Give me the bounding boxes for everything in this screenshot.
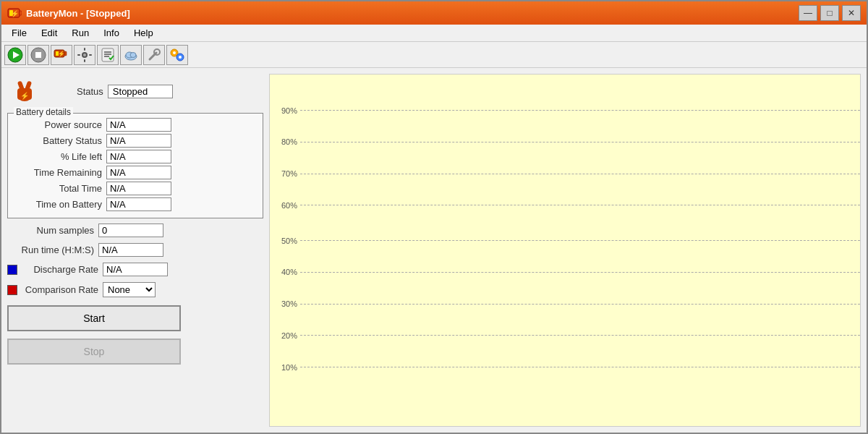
title-icon: ⚡	[7, 6, 22, 20]
toolbar-wrench-btn[interactable]	[143, 45, 165, 65]
comparison-rate-row: Comparison Rate None Low Medium High	[7, 281, 263, 298]
chart-label-90: 90%	[270, 106, 297, 115]
discharge-rate-label: Discharge Rate	[22, 264, 98, 275]
main-content: ⚡ Status Stopped Battery details Power s…	[1, 68, 867, 433]
chart-line-70	[300, 174, 860, 174]
discharge-color-indicator	[7, 265, 17, 275]
comparison-rate-label: Comparison Rate	[22, 284, 98, 295]
chart-area: 90% 80% 70% 60%	[269, 74, 861, 427]
life-left-label: % Life left	[15, 151, 102, 162]
svg-text:⚡: ⚡	[11, 9, 20, 18]
chart-line-50	[300, 240, 860, 241]
svg-point-24	[130, 52, 136, 57]
app-logo: ⚡	[7, 74, 42, 109]
discharge-rate-row: Discharge Rate N/A	[7, 262, 263, 277]
title-bar: ⚡ BatteryMon - [Stopped] — □ ✕	[1, 1, 867, 25]
close-button[interactable]: ✕	[842, 5, 861, 21]
svg-rect-18	[102, 48, 114, 61]
chart-label-30: 30%	[270, 299, 297, 308]
num-samples-label: Num samples	[7, 225, 94, 236]
svg-point-29	[173, 51, 176, 54]
maximize-button[interactable]: □	[820, 5, 839, 21]
window-title: BatteryMon - [Stopped]	[26, 8, 799, 19]
svg-rect-17	[89, 54, 92, 56]
chart-label-80: 80%	[270, 137, 297, 146]
stop-button: Stop	[7, 339, 181, 365]
chart-line-20	[300, 335, 860, 336]
discharge-rate-value: N/A	[103, 263, 168, 276]
svg-rect-15	[84, 59, 85, 62]
time-remaining-label: Time Remaining	[15, 167, 102, 178]
menu-info[interactable]: Info	[96, 26, 127, 40]
svg-rect-1	[20, 11, 22, 15]
num-samples-value: 0	[98, 224, 163, 237]
toolbar-extra-btn[interactable]	[166, 45, 188, 65]
time-on-battery-value: N/A	[106, 197, 171, 211]
svg-rect-16	[77, 54, 80, 56]
total-time-value: N/A	[106, 182, 171, 195]
svg-point-30	[179, 56, 182, 59]
run-time-label: Run time (H:M:S)	[7, 244, 94, 255]
toolbar-icon-btn[interactable]: ⚡	[51, 45, 72, 65]
power-source-value: N/A	[106, 118, 171, 132]
svg-rect-7	[35, 52, 41, 58]
toolbar-cloud-btn[interactable]	[120, 45, 142, 65]
battery-status-value: N/A	[106, 134, 171, 148]
chart-inner: 90% 80% 70% 60%	[270, 75, 860, 426]
menu-file[interactable]: File	[4, 26, 34, 40]
detail-battery-status: Battery Status N/A	[15, 134, 255, 148]
chart-label-50: 50%	[270, 237, 297, 245]
chart-line-60	[300, 205, 860, 205]
chart-line-10	[300, 367, 860, 367]
battery-details-group: Battery details Power source N/A Battery…	[7, 113, 263, 218]
total-time-label: Total Time	[15, 183, 102, 194]
num-samples-row: Num samples 0	[7, 223, 263, 238]
main-window: ⚡ BatteryMon - [Stopped] — □ ✕ File Edit…	[0, 0, 868, 434]
toolbar-settings-btn[interactable]	[74, 45, 95, 65]
time-on-battery-label: Time on Battery	[15, 199, 102, 210]
chart-label-40: 40%	[270, 268, 297, 276]
comparison-color-indicator	[7, 285, 17, 295]
chart-line-90	[300, 110, 860, 111]
window-controls: — □ ✕	[799, 5, 861, 21]
life-left-value: N/A	[106, 150, 171, 163]
comparison-rate-dropdown[interactable]: None Low Medium High	[103, 282, 156, 297]
battery-status-label: Battery Status	[15, 135, 102, 146]
menu-help[interactable]: Help	[127, 26, 161, 40]
svg-rect-14	[84, 48, 85, 51]
detail-time-on-battery: Time on Battery N/A	[15, 197, 255, 211]
power-source-label: Power source	[15, 119, 102, 130]
menu-bar: File Edit Run Info Help	[1, 25, 867, 42]
minimize-button[interactable]: —	[799, 5, 817, 21]
status-label: Status	[77, 86, 103, 97]
svg-text:⚡: ⚡	[58, 50, 65, 57]
chart-label-70: 70%	[270, 169, 297, 178]
menu-run[interactable]: Run	[64, 26, 96, 40]
run-time-row: Run time (H:M:S) N/A	[7, 242, 263, 258]
run-time-value: N/A	[98, 243, 163, 257]
toolbar-start-btn[interactable]	[4, 45, 26, 65]
chart-label-20: 20%	[270, 331, 297, 340]
detail-total-time: Total Time N/A	[15, 182, 255, 195]
start-button[interactable]: Start	[7, 305, 181, 331]
toolbar-stop-btn[interactable]	[27, 45, 49, 65]
svg-point-13	[83, 54, 86, 56]
detail-time-remaining: Time Remaining N/A	[15, 166, 255, 179]
detail-life-left: % Life left N/A	[15, 150, 255, 163]
chart-line-40	[300, 272, 860, 273]
status-value: Stopped	[108, 85, 173, 98]
left-panel: ⚡ Status Stopped Battery details Power s…	[1, 68, 269, 433]
group-title: Battery details	[14, 107, 73, 117]
toolbar: ⚡	[1, 42, 867, 68]
chart-label-10: 10%	[270, 363, 297, 372]
chart-label-60: 60%	[270, 201, 297, 210]
svg-text:⚡: ⚡	[20, 91, 30, 101]
status-row: ⚡ Status Stopped	[7, 74, 263, 109]
chart-line-30	[300, 304, 860, 305]
chart-line-80	[300, 142, 860, 142]
toolbar-log-btn[interactable]	[97, 45, 119, 65]
detail-power-source: Power source N/A	[15, 118, 255, 132]
menu-edit[interactable]: Edit	[34, 26, 64, 40]
time-remaining-value: N/A	[106, 166, 171, 179]
